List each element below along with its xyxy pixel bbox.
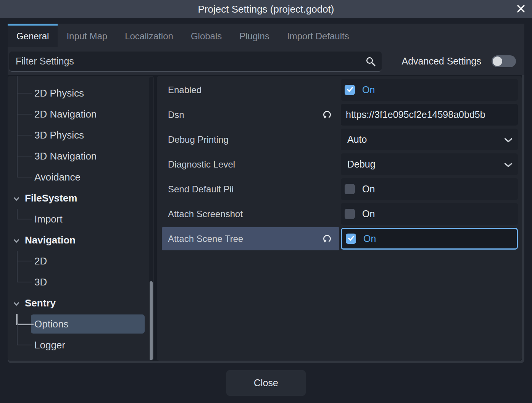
tree-item-label: Avoidance [34,171,81,183]
tree-item-label: 2D Navigation [34,108,97,120]
tab-bar: General Input Map Localization Globals P… [8,24,524,47]
tree-item-label: 2D Physics [34,87,84,99]
debug-printing-dropdown[interactable]: Auto [341,129,518,150]
dropdown-value: Auto [347,134,367,145]
tree-item-label: Import [34,213,63,225]
tree-item-2d-navigation[interactable]: 2D Navigation [8,104,154,125]
setting-label: Dsn [168,110,184,120]
revert-icon [322,116,332,121]
tab-label: General [16,31,49,42]
send-default-pii-value-cell: On [341,178,518,200]
setting-row-enabled: Enabled On [157,77,522,102]
checkbox-state-label: On [363,233,376,244]
tree-item-avoidance[interactable]: Avoidance [8,167,154,188]
tree-scrollbar[interactable] [149,77,153,360]
setting-row-diagnostic-level: Diagnostic Level Debug [157,152,522,177]
tree-item-label: FileSystem [25,192,77,204]
chevron-down-icon [13,301,19,306]
tree-item-navigation[interactable]: Navigation [8,230,154,251]
attach-scene-tree-value-cell: On [341,228,518,250]
tree-item-label: Options [34,318,69,330]
tree-item-options[interactable]: Options [8,314,154,335]
close-dialog-button[interactable]: Close [226,370,306,396]
advanced-settings: Advanced Settings [402,47,516,75]
setting-row-attach-scene-tree: Attach Scene Tree On [157,226,522,251]
tree-scrollbar-thumb[interactable] [150,281,153,360]
tab-input-map[interactable]: Input Map [58,24,116,47]
advanced-settings-label: Advanced Settings [402,56,481,67]
check-icon [347,234,355,244]
close-button[interactable] [514,2,528,16]
setting-label: Send Default Pii [168,184,234,195]
tree-item-sentry[interactable]: Sentry [8,293,154,314]
tab-import-defaults[interactable]: Import Defaults [278,24,358,47]
titlebar: Project Settings (project.godot) [0,0,532,18]
setting-label: Attach Scene Tree [168,234,243,244]
project-settings-dialog: Project Settings (project.godot) General… [0,0,532,403]
tree-item-3d-navigation[interactable]: 3D Navigation [8,146,154,167]
setting-label: Debug Printing [168,134,229,145]
send-default-pii-checkbox[interactable] [345,184,355,194]
chevron-down-icon [504,137,513,142]
tree-item-label: Navigation [25,234,76,246]
dsn-input[interactable] [341,109,518,120]
setting-row-debug-printing: Debug Printing Auto [157,127,522,152]
check-icon [346,85,354,95]
chevron-down-icon [504,162,513,167]
page-title: Project Settings (project.godot) [198,3,334,15]
tree-item-label: Logger [34,339,65,351]
dsn-value-cell [341,104,518,126]
tree-item-3d-physics[interactable]: 3D Physics [8,125,154,146]
tree-item-label: 3D [34,276,47,288]
content-area: 2D Physics 2D Navigation 3D Physics 3D N… [8,75,524,363]
tab-label: Import Defaults [287,31,349,42]
close-icon [516,4,526,15]
settings-tree-panel: 2D Physics 2D Navigation 3D Physics 3D N… [8,76,154,361]
checkbox-state-label: On [362,84,375,95]
enabled-value-cell: On [341,79,518,101]
tab-plugins[interactable]: Plugins [231,24,278,47]
enabled-checkbox[interactable] [345,85,355,95]
search-icon [365,56,377,68]
setting-label: Attach Screenshot [168,209,243,219]
advanced-settings-toggle[interactable] [492,55,516,67]
attach-scene-tree-checkbox[interactable] [346,234,356,244]
tree-item-2d[interactable]: 2D [8,251,154,272]
diagnostic-level-dropdown[interactable]: Debug [341,153,518,175]
tab-label: Globals [191,31,222,42]
filter-settings-box [9,52,382,72]
tree-item-logger[interactable]: Logger [8,335,154,356]
footer: Close [0,363,532,403]
search-input[interactable] [9,52,382,71]
tab-globals[interactable]: Globals [182,24,231,47]
tab-label: Input Map [66,31,107,42]
tree-item-filesystem[interactable]: FileSystem [8,188,154,209]
checkbox-state-label: On [362,208,375,219]
chevron-down-icon [13,196,19,201]
attach-screenshot-checkbox[interactable] [345,209,355,219]
settings-list: Enabled On Dsn [157,76,522,361]
chevron-down-icon [13,238,19,243]
tree-item-label: 3D Navigation [34,150,97,162]
tab-label: Localization [125,31,173,42]
tab-label: Plugins [239,31,269,42]
setting-label: Enabled [168,85,202,95]
setting-row-dsn: Dsn [157,102,522,127]
revert-icon [322,240,332,245]
revert-button[interactable] [322,110,332,120]
dropdown-value: Debug [347,159,376,170]
tab-localization[interactable]: Localization [116,24,182,47]
settings-tree: 2D Physics 2D Navigation 3D Physics 3D N… [8,76,154,361]
tree-item-label: Sentry [25,297,56,309]
checkbox-state-label: On [362,184,375,195]
tree-item-2d-physics[interactable]: 2D Physics [8,83,154,104]
tree-item-label: 2D [34,255,47,267]
tree-item-import[interactable]: Import [8,209,154,230]
tree-item-3d[interactable]: 3D [8,272,154,293]
setting-label: Diagnostic Level [168,159,235,170]
tab-general[interactable]: General [8,24,58,47]
revert-button[interactable] [322,234,332,244]
attach-screenshot-value-cell: On [341,203,518,225]
filter-row: Advanced Settings [8,47,524,75]
tree-guide-line [17,76,18,83]
